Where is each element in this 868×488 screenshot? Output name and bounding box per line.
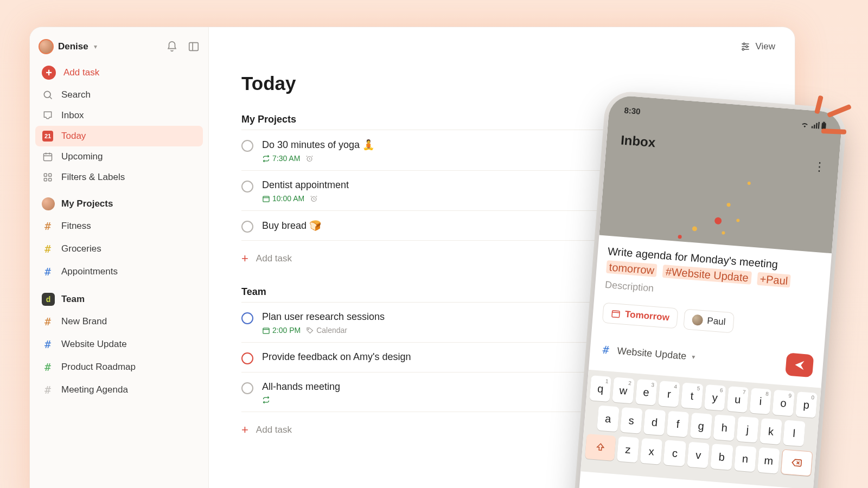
svg-rect-0 [189, 43, 199, 51]
sidebar-project-roadmap[interactable]: #Product Roadmap [35, 356, 203, 378]
chip-due-date[interactable]: Tomorrow [602, 303, 678, 329]
key-b[interactable]: b [710, 444, 733, 470]
project-selector[interactable]: # Website Update ▾ [599, 343, 695, 363]
hash-icon: # [42, 361, 54, 374]
task-checkbox[interactable] [241, 382, 253, 394]
pill-project: #Website Update [662, 265, 751, 285]
task-checkbox[interactable] [241, 140, 253, 152]
key-x[interactable]: x [640, 438, 663, 465]
signal-icon [810, 121, 820, 129]
sidebar-today[interactable]: 21 Today [35, 126, 203, 146]
key-g[interactable]: g [690, 413, 712, 439]
bell-icon[interactable] [166, 41, 178, 53]
sidebar-project-groceries[interactable]: #Groceries [35, 237, 203, 260]
task-time: 10:00 AM [262, 194, 304, 203]
key-l[interactable]: l [783, 420, 805, 447]
chip-assignee[interactable]: Paul [683, 309, 735, 333]
motion-line-icon [821, 129, 846, 134]
task-time: 7:30 AM [262, 154, 300, 163]
key-j[interactable]: j [736, 416, 758, 443]
repeat-icon [262, 155, 270, 163]
sidebar-section-team[interactable]: d Team [35, 283, 203, 310]
svg-point-15 [743, 43, 745, 44]
phone-keyboard: q1w2e3r4t5y6u7i8o9p0 asdfghjkl zxcvbnm [580, 370, 821, 488]
motion-line-icon [827, 104, 852, 118]
inbox-icon [42, 110, 54, 121]
key-h[interactable]: h [713, 414, 736, 441]
key-z[interactable]: z [617, 436, 640, 463]
task-checkbox[interactable] [241, 352, 253, 364]
key-e[interactable]: e3 [635, 379, 658, 406]
phone-compose-area: Write agenda for Monday's meeting tomorr… [589, 235, 832, 378]
avatar [692, 314, 704, 326]
avatar [39, 39, 54, 54]
calendar-icon [42, 151, 54, 162]
task-checkbox[interactable] [241, 312, 253, 324]
task-checkbox[interactable] [241, 181, 253, 192]
key-a[interactable]: a [597, 406, 619, 432]
sidebar-inbox[interactable]: Inbox [35, 105, 203, 126]
key-k[interactable]: k [760, 418, 782, 445]
sidebar-section-my-projects[interactable]: My Projects [35, 188, 203, 215]
svg-point-24 [308, 329, 309, 330]
key-y[interactable]: y6 [704, 384, 726, 411]
tag-icon [306, 326, 314, 335]
key-s[interactable]: s [620, 407, 642, 434]
svg-point-16 [746, 46, 748, 47]
svg-point-17 [743, 48, 744, 50]
sidebar-project-website[interactable]: #Website Update [35, 333, 203, 356]
sidebar-upcoming[interactable]: Upcoming [35, 146, 203, 167]
hash-icon: # [42, 242, 54, 255]
view-button[interactable]: View [740, 41, 775, 52]
key-m[interactable]: m [757, 447, 780, 474]
sidebar-project-agenda[interactable]: #Meeting Agenda [35, 378, 203, 401]
key-i[interactable]: i8 [750, 388, 772, 414]
key-t[interactable]: t5 [681, 383, 703, 409]
user-name: Denise [58, 41, 88, 52]
sidebar-project-appointments[interactable]: #Appointments [35, 260, 203, 283]
key-shift[interactable] [585, 434, 616, 461]
key-r[interactable]: r4 [658, 381, 680, 407]
svg-rect-22 [263, 328, 269, 333]
sidebar-project-fitness[interactable]: #Fitness [35, 215, 203, 237]
plus-icon: + [241, 252, 248, 266]
page-title: Today [241, 73, 762, 94]
grid-icon [42, 172, 54, 183]
workspace-switcher[interactable]: Denise ▾ [35, 39, 203, 61]
panel-toggle-icon[interactable] [188, 41, 200, 53]
chevron-down-icon: ▾ [692, 353, 695, 361]
calendar-small-icon [262, 326, 270, 335]
sidebar-search[interactable]: Search [35, 85, 203, 105]
reminder-icon [310, 195, 318, 203]
hash-icon: # [42, 338, 54, 351]
key-w[interactable]: w2 [612, 377, 635, 404]
key-o[interactable]: o9 [773, 390, 795, 416]
key-q[interactable]: q1 [589, 375, 611, 402]
add-task-button[interactable]: + Add task [35, 61, 203, 85]
send-button[interactable] [785, 352, 814, 377]
task-checkbox[interactable] [241, 221, 253, 233]
key-f[interactable]: f [667, 411, 689, 438]
svg-rect-8 [44, 174, 47, 176]
key-d[interactable]: d [643, 409, 666, 435]
key-u[interactable]: u7 [726, 386, 749, 413]
calendar-today-icon: 21 [42, 131, 54, 142]
hash-icon: # [599, 343, 612, 357]
reminder-icon [305, 155, 314, 163]
key-v[interactable]: v [687, 442, 710, 468]
key-backspace[interactable] [781, 449, 813, 476]
svg-rect-11 [49, 178, 52, 181]
team-badge-icon: d [42, 293, 55, 306]
key-n[interactable]: n [734, 446, 757, 472]
repeat-icon [262, 396, 270, 404]
key-p[interactable]: p0 [795, 391, 818, 418]
plus-circle-icon: + [42, 66, 56, 80]
sidebar-project-new-brand[interactable]: #New Brand [35, 310, 203, 333]
key-c[interactable]: c [663, 440, 686, 466]
shift-icon [595, 442, 605, 452]
sidebar: Denise ▾ + Add task Search [30, 27, 209, 488]
sidebar-filters[interactable]: Filters & Labels [35, 167, 203, 188]
calendar-small-icon [262, 195, 270, 203]
sliders-icon [740, 41, 751, 52]
svg-line-28 [612, 312, 620, 313]
